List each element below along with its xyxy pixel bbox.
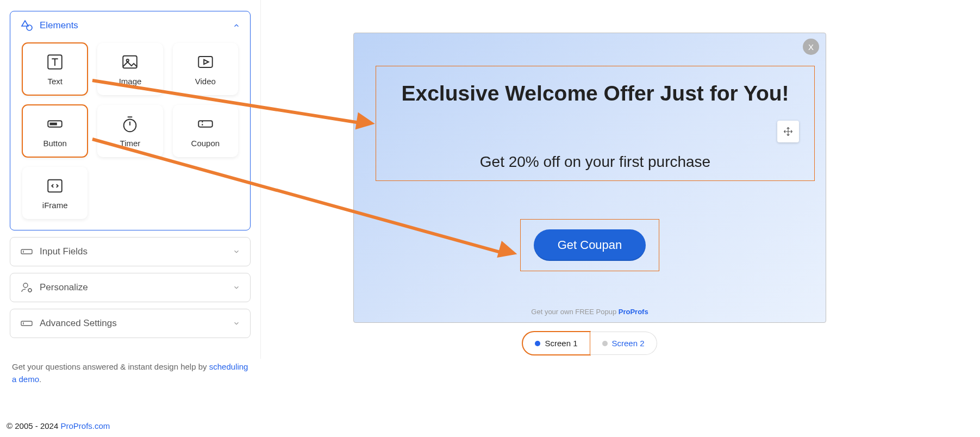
proprofs-link[interactable]: ProProfs.com (60, 421, 110, 430)
move-icon (783, 127, 793, 136)
svg-rect-8 (51, 123, 57, 124)
chevron-up-icon (233, 22, 240, 29)
svg-rect-15 (21, 321, 32, 326)
screen-switcher: Screen 1 Screen 2 (354, 332, 826, 355)
video-icon (196, 53, 215, 71)
brand-label: ProProfs (619, 308, 648, 316)
accordion-personalize[interactable]: Personalize (10, 273, 251, 302)
screen-1-tab[interactable]: Screen 1 (522, 332, 590, 355)
chevron-down-icon (233, 284, 240, 291)
copyright: © 2005 - 2024 ProProfs.com (7, 421, 110, 430)
canvas: X Exclusive Welcome Offer Just for You! … (261, 0, 980, 359)
svg-rect-12 (21, 249, 32, 254)
settings-box-icon (20, 317, 33, 330)
sidebar: Elements Text Image Video (0, 0, 261, 359)
svg-point-13 (23, 283, 28, 288)
element-text[interactable]: Text (22, 43, 88, 95)
close-button[interactable]: X (803, 39, 819, 55)
svg-rect-11 (48, 179, 62, 192)
svg-marker-0 (22, 21, 28, 26)
popup-headline: Exclusive Welcome Offer Just for You! (384, 82, 807, 105)
svg-point-14 (28, 289, 32, 292)
accordion-title: Advanced Settings (40, 318, 226, 329)
image-icon (121, 53, 139, 71)
move-handle[interactable] (777, 121, 799, 142)
accordion-input-fields[interactable]: Input Fields (10, 237, 251, 266)
accordion-advanced[interactable]: Advanced Settings (10, 309, 251, 338)
element-timer[interactable]: Timer (97, 105, 163, 157)
popup-subhead: Get 20% off on your first purchase (384, 153, 807, 171)
chevron-down-icon (233, 320, 240, 327)
svg-rect-5 (198, 57, 213, 67)
timer-icon (121, 115, 139, 133)
shapes-icon (20, 19, 33, 32)
button-icon (46, 115, 64, 133)
input-icon (20, 245, 33, 258)
iframe-icon (46, 177, 64, 195)
popup-footer: Get your own FREE Popup ProProfs (354, 308, 826, 316)
element-image[interactable]: Image (97, 43, 163, 95)
button-block-selected[interactable]: Get Coupan (520, 219, 659, 271)
dot-icon (602, 341, 608, 346)
element-button[interactable]: Button (22, 105, 88, 157)
element-iframe[interactable]: iFrame (22, 167, 88, 219)
svg-rect-10 (198, 121, 213, 127)
element-coupon[interactable]: Coupon (173, 105, 238, 157)
accordion-title: Personalize (40, 282, 226, 293)
screen-2-tab[interactable]: Screen 2 (590, 332, 657, 355)
help-text: Get your questions answered & instant de… (10, 345, 251, 385)
svg-point-1 (27, 25, 32, 30)
dot-icon (535, 341, 540, 346)
coupon-icon (196, 115, 215, 133)
svg-rect-3 (123, 55, 138, 68)
text-block-selected[interactable]: Exclusive Welcome Offer Just for You! Ge… (376, 66, 815, 181)
chevron-down-icon (233, 248, 240, 255)
accordion-title: Input Fields (40, 246, 226, 257)
text-icon (46, 53, 64, 71)
accordion-elements[interactable]: Elements Text Image Video (10, 11, 251, 230)
popup-preview: X Exclusive Welcome Offer Just for You! … (353, 33, 826, 323)
element-video[interactable]: Video (173, 43, 238, 95)
accordion-title: Elements (40, 20, 226, 31)
svg-point-9 (124, 119, 136, 132)
get-coupon-button[interactable]: Get Coupan (534, 229, 646, 261)
svg-marker-6 (204, 59, 209, 64)
elements-grid: Text Image Video Button Timer (10, 40, 250, 230)
user-gear-icon (20, 281, 33, 294)
